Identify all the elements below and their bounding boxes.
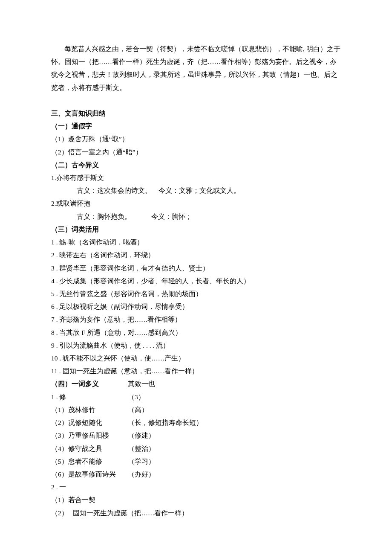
cilei-item: 7 . 齐彭殇为妄作（意动，把……看作相等） — [51, 313, 341, 326]
poly-xiu-head: 1 . 修 — [51, 391, 128, 404]
gujin-item-1-body: 古义：这次集会的诗文。 今义：文雅；文化或文人。 — [51, 184, 341, 197]
poly-yi-item-2: （2） 固知一死生为虚诞（把……看作一样） — [51, 507, 341, 520]
poly-xiu-item: （1）茂林修竹 — [51, 404, 128, 416]
poly-xiu-def: （整治） — [128, 442, 203, 455]
poly-xiu-item: （4）修守战之具 — [51, 442, 128, 455]
section-gap — [51, 94, 341, 107]
poly-xiu-item: （2）况修短随化 — [51, 416, 128, 429]
subsection-2-title: （二）古今异义 — [51, 159, 341, 171]
cilei-item: 5 . 无丝竹管弦之盛（形容词作名词，热闹的场面） — [51, 288, 341, 300]
cilei-item: 10 . 犹不能不以之兴怀（使动，使……产生） — [51, 352, 341, 365]
polysemy-block: （四）一词多义 1 . 修 （1）茂林修竹 （2）况修短随化 （3）乃重修岳阳楼… — [51, 378, 341, 481]
gujin-2-jin: 今义：胸怀； — [151, 213, 192, 220]
poly-xiu-item: （5）怠者不能修 — [51, 455, 128, 468]
subsection-4-title: （四）一词多义 — [51, 378, 128, 390]
cilei-item: 11 . 固知一死生为虚诞（意动，把……看作一样） — [51, 365, 341, 378]
poly-xiu-def: （学习） — [128, 455, 203, 468]
gujin-item-2-head: 2.或取诸怀抱 — [51, 197, 341, 210]
gujin-1-jin: 今义：文雅；文化或文人。 — [159, 187, 240, 194]
poly-xiu-def: （长，修短指寿命长短） — [128, 416, 203, 429]
polysemy-col-left: （四）一词多义 1 . 修 （1）茂林修竹 （2）况修短随化 （3）乃重修岳阳楼… — [51, 378, 128, 481]
tongjia-item-2: （2）悟言一室之内（通“晤”） — [51, 146, 341, 159]
cilei-item: 1 . 觞-咏（名词作动词，喝酒） — [51, 236, 341, 249]
poly-extra-line: （3） — [128, 391, 203, 404]
polysemy-col-right: 其致一也 （3） （高） （长，修短指寿命长短） （修建） （整治） （学习） … — [128, 378, 203, 481]
poly-xiu-item: （6）是故事修而诗兴 — [51, 468, 128, 481]
gujin-1-gu: 古义：这次集会的诗文。 — [77, 187, 152, 194]
poly-extra-line: 其致一也 — [128, 378, 203, 390]
poly-xiu-def: （办好） — [128, 468, 203, 481]
subsection-3-title: （三）词类活用 — [51, 223, 341, 236]
cilei-item: 6 . 足以极视听之娱（副词作动词，尽情享受） — [51, 300, 341, 313]
cilei-item: 4 . 少长咸集（形容词作名词，少者、年轻的人，长者、年长的人） — [51, 275, 341, 288]
poly-xiu-def: （高） — [128, 404, 203, 416]
gujin-item-2-body: 古义：胸怀抱负。 今义：胸怀； — [51, 210, 341, 223]
gujin-item-1-head: 1.亦将有感于斯文 — [51, 171, 341, 184]
cilei-item: 3 . 群贤毕至（形容词作名词，有才有德的人、贤士） — [51, 262, 341, 275]
section-3-title: 三、文言知识归纳 — [51, 107, 341, 120]
poly-yi-2-num: （2） — [51, 509, 68, 517]
gujin-2-gu: 古义：胸怀抱负。 — [77, 213, 131, 220]
tongjia-item-1: （1）趣舍万殊（通“取”） — [51, 133, 341, 145]
poly-yi-head: 2 . 一 — [51, 481, 341, 494]
poly-yi-2-text: 固知一死生为虚诞（把……看作一样） — [73, 509, 188, 517]
intro-paragraph: 每览昔人兴感之由，若合一契（符契），未尝不临文嗟悼（叹息悲伤），不能喻, 明白）… — [51, 43, 341, 94]
poly-yi-item: （1）若合一契 — [51, 494, 341, 506]
poly-xiu-item: （3）乃重修岳阳楼 — [51, 429, 128, 442]
subsection-1-title: （一）通假字 — [51, 120, 341, 133]
document-page: 每览昔人兴感之由，若合一契（符契），未尝不临文嗟悼（叹息悲伤），不能喻, 明白）… — [0, 0, 392, 545]
cilei-item: 2 . 映带左右（名词作动词，环绕） — [51, 249, 341, 262]
poly-xiu-def: （修建） — [128, 429, 203, 442]
cilei-item: 9 . 引以为流觞曲水（使动，使 . . . . 流） — [51, 339, 341, 352]
cilei-item: 8 . 当其欣 F 所遇（意动，对……感到高兴） — [51, 326, 341, 339]
